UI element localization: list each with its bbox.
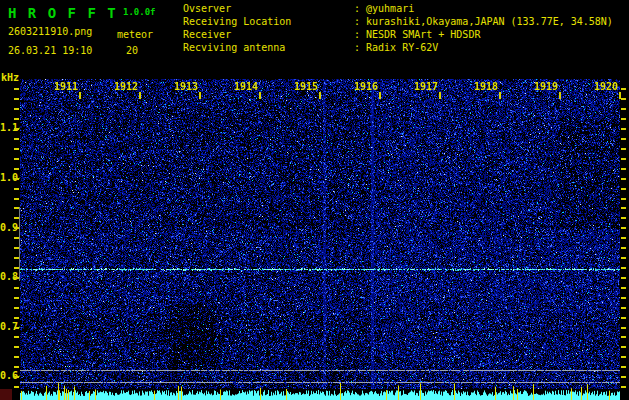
spectrogram-canvas xyxy=(20,79,620,400)
observation-mode-label: meteor xyxy=(117,29,153,40)
right-axis-tick xyxy=(621,277,626,279)
x-axis-tick xyxy=(379,92,381,99)
right-axis-tick xyxy=(621,148,626,150)
y-axis-tick xyxy=(14,148,19,150)
y-axis-tick xyxy=(14,158,19,160)
right-axis-tick xyxy=(621,138,626,140)
y-axis-tick xyxy=(14,118,19,120)
output-filename: 2603211910.png xyxy=(8,26,92,37)
y-axis-tick xyxy=(14,317,19,319)
right-axis-tick xyxy=(621,247,626,249)
y-axis-tick xyxy=(14,356,19,358)
info-label: Receiver xyxy=(183,28,354,41)
right-axis-tick xyxy=(621,217,626,219)
x-axis-tick xyxy=(319,92,321,99)
y-axis-tick xyxy=(14,188,19,190)
y-axis-tick xyxy=(14,386,19,388)
y-axis-tick xyxy=(14,98,19,100)
x-axis-time-label: 1917 xyxy=(411,81,441,92)
right-axis-tick xyxy=(621,227,626,229)
info-value: : Radix RY-62V xyxy=(354,42,438,53)
info-row: Ovserver: @yuhmari xyxy=(183,2,613,15)
right-axis-tick xyxy=(621,128,626,130)
right-axis-tick xyxy=(621,346,626,348)
datetime-label: 26.03.21 19:10 xyxy=(8,45,92,56)
y-axis-tick xyxy=(14,307,19,309)
right-axis-tick xyxy=(621,118,626,120)
info-row: Recviving antenna: Radix RY-62V xyxy=(183,41,613,54)
x-axis-time-label: 1916 xyxy=(351,81,381,92)
app-version: 1.0.0f xyxy=(123,7,156,17)
right-axis-tick xyxy=(621,188,626,190)
x-axis-time-label: 1911 xyxy=(51,81,81,92)
y-axis-tick xyxy=(14,366,19,368)
right-axis-tick xyxy=(621,327,626,329)
x-axis-tick xyxy=(259,92,261,99)
info-value: : kurashiki,Okayama,JAPAN (133.77E, 34.5… xyxy=(354,16,613,27)
khz-unit-label: kHz xyxy=(1,72,19,83)
y-axis-tick xyxy=(14,88,19,90)
info-value: : @yuhmari xyxy=(354,3,414,14)
info-label: Ovserver xyxy=(183,2,354,15)
x-axis-tick xyxy=(199,92,201,99)
right-axis-tick xyxy=(621,168,626,170)
y-axis-tick xyxy=(14,178,19,180)
y-axis-tick xyxy=(14,198,19,200)
right-axis-tick xyxy=(621,108,626,110)
right-axis-tick xyxy=(621,287,626,289)
right-axis-tick xyxy=(621,366,626,368)
right-axis-tick xyxy=(621,178,626,180)
y-axis-tick xyxy=(14,297,19,299)
y-axis-tick xyxy=(14,336,19,338)
y-axis-tick xyxy=(14,287,19,289)
x-axis-time-label: 1919 xyxy=(531,81,561,92)
x-axis-time-label: 1920 xyxy=(591,81,621,92)
info-row: Receiving Location: kurashiki,Okayama,JA… xyxy=(183,15,613,28)
info-row: Receiver: NESDR SMArt + HDSDR xyxy=(183,28,613,41)
right-axis-tick xyxy=(621,376,626,378)
band-marker-line xyxy=(19,207,20,281)
y-axis-tick xyxy=(14,168,19,170)
count-label: 20 xyxy=(126,45,138,56)
right-axis-tick xyxy=(621,297,626,299)
right-axis-tick xyxy=(621,386,626,388)
right-axis-tick xyxy=(621,98,626,100)
y-axis-tick xyxy=(14,138,19,140)
corner-block xyxy=(0,389,12,400)
info-label: Recviving antenna xyxy=(183,41,354,54)
right-axis-tick xyxy=(621,257,626,259)
x-axis-time-label: 1918 xyxy=(471,81,501,92)
station-info-block: Ovserver: @yuhmariReceiving Location: ku… xyxy=(183,2,613,54)
hrofft-window: H R O F F T 1.0.0f 2603211910.png meteor… xyxy=(0,0,629,400)
x-axis-tick xyxy=(439,92,441,99)
x-axis-tick xyxy=(139,92,141,99)
x-axis-tick xyxy=(559,92,561,99)
right-axis-tick xyxy=(621,307,626,309)
right-axis-tick xyxy=(621,336,626,338)
app-title: H R O F F T xyxy=(8,5,117,21)
x-axis-time-label: 1913 xyxy=(171,81,201,92)
right-axis-tick xyxy=(621,356,626,358)
x-axis-tick xyxy=(619,92,621,99)
info-label: Receiving Location xyxy=(183,15,354,28)
info-value: : NESDR SMArt + HDSDR xyxy=(354,29,480,40)
y-axis-tick xyxy=(14,346,19,348)
right-axis-tick xyxy=(621,88,626,90)
right-axis-tick xyxy=(621,267,626,269)
right-axis-tick xyxy=(621,317,626,319)
y-axis-tick xyxy=(14,327,19,329)
y-axis-tick xyxy=(14,128,19,130)
y-axis-tick xyxy=(14,108,19,110)
right-axis-tick xyxy=(621,237,626,239)
x-axis-time-label: 1914 xyxy=(231,81,261,92)
x-axis-time-label: 1915 xyxy=(291,81,321,92)
x-axis-time-label: 1912 xyxy=(111,81,141,92)
x-axis-tick xyxy=(499,92,501,99)
right-axis-tick xyxy=(621,198,626,200)
x-axis-tick xyxy=(79,92,81,99)
y-axis-tick xyxy=(14,376,19,378)
right-axis-tick xyxy=(621,207,626,209)
right-axis-tick xyxy=(621,158,626,160)
